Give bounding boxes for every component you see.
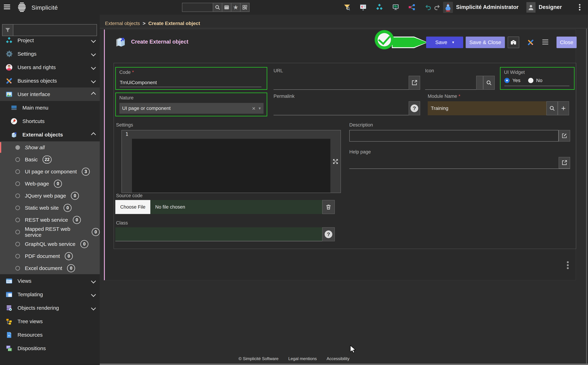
menu-toggle-button[interactable] <box>4 3 10 10</box>
select-caret-icon[interactable]: ▾ <box>259 106 261 111</box>
submenu-item-label: Excel document <box>25 265 62 271</box>
help-page-input[interactable] <box>349 157 570 169</box>
class-help-button[interactable]: ? <box>322 227 335 241</box>
settings-code-editor[interactable]: 1 <box>121 130 341 193</box>
save-and-close-button[interactable]: Save & Close <box>466 36 505 48</box>
sidebar-item-templating[interactable]: Templating <box>0 288 100 301</box>
code-input[interactable]: TrnUiComponent <box>120 78 261 87</box>
permalink-help-button[interactable]: ? <box>409 101 420 115</box>
designer-avatar-icon[interactable] <box>526 2 535 13</box>
legal-mentions-link[interactable]: Legal mentions <box>288 356 317 361</box>
radio-no-label[interactable]: No <box>536 78 543 83</box>
module-add-button[interactable]: + <box>558 101 569 115</box>
submenu-item-ui-page-or-component[interactable]: UI page or component 3 <box>0 166 100 178</box>
question-icon: ? <box>411 105 418 112</box>
submenu-item-show-all[interactable]: Show all <box>0 141 100 154</box>
sidebar-item-business-objects[interactable]: Business objects <box>0 74 100 87</box>
dashboard-icon[interactable] <box>359 3 367 11</box>
undo-icon[interactable] <box>424 3 432 12</box>
help-page-edit-button[interactable] <box>559 157 570 168</box>
tree-folders-icon <box>5 318 13 325</box>
delete-file-button[interactable] <box>322 200 335 214</box>
sidebar-item-views[interactable]: Views <box>0 274 100 288</box>
clear-icon[interactable]: × <box>252 105 255 112</box>
submenu-item-excel-document[interactable]: Excel document 0 <box>0 262 100 274</box>
permalink-input[interactable] <box>273 101 420 115</box>
submenu-item-basic[interactable]: Basic 22 <box>0 154 100 166</box>
more-menu-button[interactable] <box>579 3 581 11</box>
sidebar-item-main-menu[interactable]: Main menu <box>0 101 100 114</box>
chevron-down-icon <box>91 65 96 70</box>
redo-icon[interactable] <box>433 3 441 12</box>
choose-file-button[interactable]: Choose File <box>115 200 150 214</box>
question-icon: ? <box>325 231 332 238</box>
chevron-down-icon <box>91 51 96 56</box>
submenu-item-web-page[interactable]: Web-page 0 <box>0 178 100 190</box>
sidebar-item-dispositions[interactable]: Dispositions <box>0 342 100 355</box>
module-search-button[interactable] <box>546 101 558 115</box>
sidebar-menu-bottom: Views Templating Objects rendering Tree … <box>0 274 100 355</box>
settings-label: Settings <box>116 122 133 128</box>
search-button[interactable] <box>213 3 222 12</box>
sidebar-item-resources[interactable]: Resources <box>0 328 100 342</box>
submenu-item-mapped-rest-web-service[interactable]: Mapped REST web service 0 <box>0 226 100 238</box>
class-input[interactable] <box>115 227 322 241</box>
url-field: URL <box>273 68 420 90</box>
share-icon[interactable] <box>408 3 416 11</box>
user-avatar-genie[interactable] <box>443 2 453 13</box>
url-open-button[interactable] <box>409 76 420 90</box>
role-label[interactable]: Designer <box>539 4 562 10</box>
submenu-item-static-web-site[interactable]: Static web site 0 <box>0 202 100 214</box>
monitoring-icon[interactable] <box>392 3 400 11</box>
icon-search-button[interactable] <box>483 76 495 90</box>
open-window-button[interactable] <box>222 3 231 12</box>
submenu-item-pdf-document[interactable]: PDF document 0 <box>0 250 100 262</box>
submenu-item-label: Web-page <box>25 181 49 187</box>
user-icon <box>5 63 13 71</box>
favorites-button[interactable]: ★ <box>231 3 240 12</box>
sidebar-item-settings[interactable]: Settings <box>0 47 100 61</box>
save-button[interactable]: Save ▾ <box>426 36 463 48</box>
filter-search-icon[interactable] <box>343 3 351 11</box>
radio-yes-label[interactable]: Yes <box>512 78 520 83</box>
module-name-input[interactable]: Training <box>428 101 546 115</box>
breadcrumb-parent[interactable]: External objects <box>105 21 140 26</box>
editor-code-area[interactable] <box>132 130 330 193</box>
sidebar-item-tree-views[interactable]: Tree views <box>0 315 100 328</box>
sidebar-item-label: Views <box>17 278 31 284</box>
icon-clear-segment[interactable] <box>476 76 483 90</box>
submenu-item-jquery-web-page[interactable]: JQuery web page 0 <box>0 190 100 202</box>
model-icon[interactable] <box>375 3 383 11</box>
nature-select[interactable]: UI page or component × ▾ <box>119 103 264 114</box>
expand-icon[interactable] <box>332 158 339 165</box>
radio-no-icon[interactable] <box>528 78 533 83</box>
shortcuts-grid-button[interactable] <box>240 3 250 12</box>
card-more-menu-button[interactable] <box>567 260 569 270</box>
submenu-item-graphql-web-service[interactable]: GraphQL web service 0 <box>0 238 100 250</box>
sidebar-item-external-objects[interactable]: External objects <box>0 128 100 141</box>
description-input[interactable] <box>349 130 559 141</box>
search-records-button[interactable] <box>508 36 519 48</box>
search-input[interactable] <box>182 3 213 12</box>
accessibility-link[interactable]: Accessibility <box>327 356 350 361</box>
vertical-scrollbar[interactable] <box>586 29 587 364</box>
top-bar: Simplicité ★ Simplicité Admini <box>0 0 588 15</box>
sidebar-item-user-interface[interactable]: User interface <box>0 87 100 101</box>
close-button[interactable]: Close <box>557 36 577 48</box>
user-display-name[interactable]: Simplicité Administrator <box>456 4 518 10</box>
description-edit-button[interactable] <box>559 130 570 141</box>
sidebar-item-shortcuts[interactable]: Shortcuts <box>0 114 100 128</box>
submenu-item-rest-web-service[interactable]: REST web service 0 <box>0 214 100 226</box>
gear-icon <box>5 50 13 58</box>
url-input[interactable] <box>273 76 420 90</box>
url-label: URL <box>273 68 420 73</box>
sidebar-item-users-and-rights[interactable]: Users and rights <box>0 61 100 74</box>
radio-yes-selected-icon[interactable] <box>504 78 510 83</box>
sidebar-item-project[interactable]: Project <box>0 34 100 47</box>
form-menu-button[interactable] <box>542 38 548 46</box>
save-dropdown-caret-icon[interactable]: ▾ <box>452 40 454 45</box>
radio-icon <box>15 254 20 259</box>
design-mode-button[interactable] <box>525 38 537 47</box>
menu-lines-icon <box>10 104 18 112</box>
sidebar-item-objects-rendering[interactable]: Objects rendering <box>0 301 100 315</box>
